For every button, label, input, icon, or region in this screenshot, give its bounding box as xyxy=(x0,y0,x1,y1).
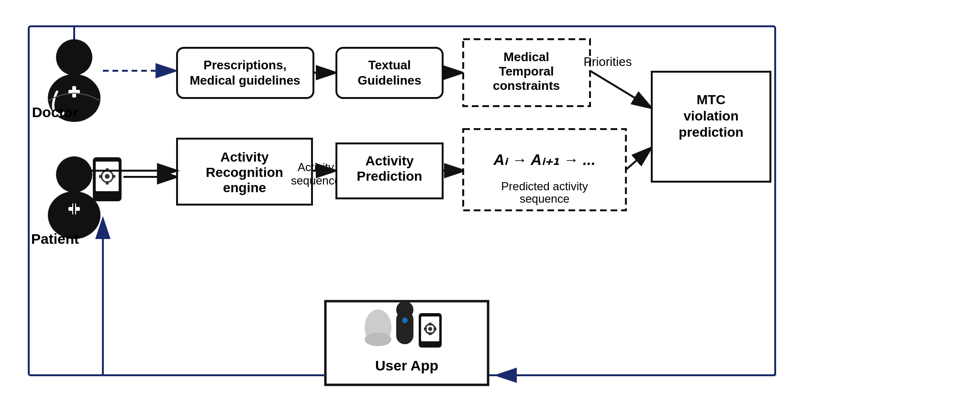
user-app-label: User App xyxy=(375,358,438,373)
activity-sequence-label-2: sequence xyxy=(291,174,341,187)
main-diagram-svg: Doctor Patient xyxy=(0,0,980,414)
prescriptions-text-1: Prescriptions, xyxy=(203,58,286,72)
recognition-text-3: engine xyxy=(223,180,266,195)
doctor-label: Doctor xyxy=(32,104,78,120)
textual-text-1: Textual xyxy=(368,58,411,72)
formula-text: Aᵢ → Aᵢ₊₁ → ... xyxy=(493,151,595,168)
medical-text-1: Medical xyxy=(503,50,549,64)
alexa-top xyxy=(396,301,413,318)
priorities-label: Priorities xyxy=(583,54,632,69)
diagram-container: Doctor Patient xyxy=(0,0,980,414)
priorities-arrow xyxy=(590,71,651,108)
svg-rect-22 xyxy=(424,327,427,330)
alexa-ring xyxy=(402,317,408,323)
medical-text-2: Temporal xyxy=(499,64,554,78)
home-mini-base xyxy=(365,333,391,346)
sequence-to-mtc-arrow xyxy=(626,148,651,170)
prediction-text-2: Prediction xyxy=(357,169,423,184)
device-icon xyxy=(93,158,121,201)
svg-point-15 xyxy=(105,174,110,179)
svg-rect-23 xyxy=(434,327,436,330)
mtc-text-3: prediction xyxy=(679,125,743,140)
svg-rect-21 xyxy=(429,332,432,335)
patient-label: Patient xyxy=(31,231,79,247)
phone-gear-center xyxy=(428,327,432,331)
svg-rect-17 xyxy=(106,181,109,185)
svg-point-3 xyxy=(56,39,92,76)
textual-text-2: Guidelines xyxy=(358,73,422,87)
prescriptions-text-2: Medical guidelines xyxy=(189,73,300,87)
svg-rect-18 xyxy=(99,175,102,178)
medical-text-3: constraints xyxy=(493,78,560,93)
predicted-label-1: Predicted activity xyxy=(501,180,588,193)
svg-rect-6 xyxy=(72,86,76,98)
svg-rect-19 xyxy=(112,175,115,178)
recognition-text-1: Activity xyxy=(220,150,269,164)
svg-rect-20 xyxy=(429,323,432,326)
mtc-text-1: MTC xyxy=(697,92,726,107)
mtc-text-2: violation xyxy=(683,109,738,123)
prediction-text-1: Activity xyxy=(365,153,414,168)
recognition-text-2: Recognition xyxy=(206,165,283,180)
predicted-label-2: sequence xyxy=(520,192,569,205)
